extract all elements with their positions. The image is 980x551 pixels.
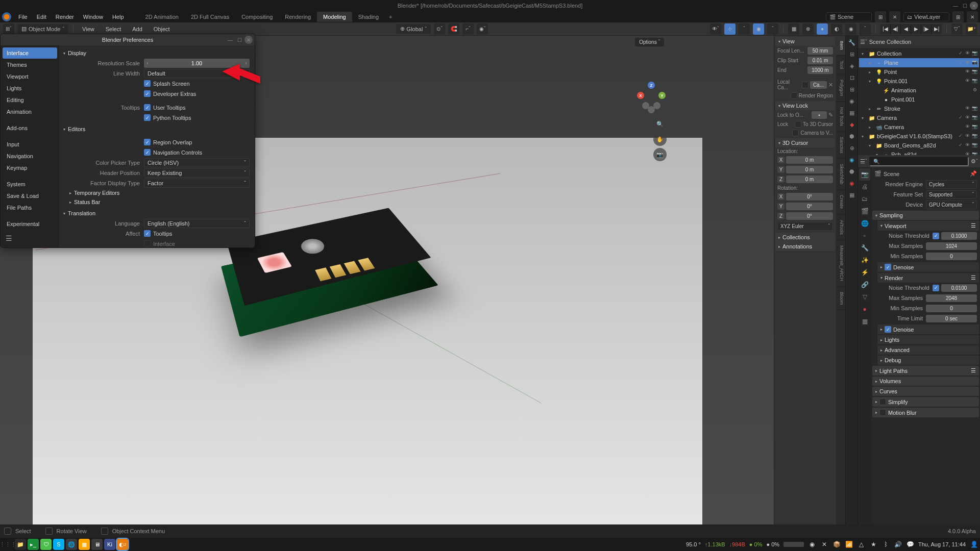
material-props-tab[interactable]: ● xyxy=(859,303,870,315)
unlink-scene-button[interactable]: ✕ xyxy=(889,11,900,22)
jump-keyframe-fwd-icon[interactable]: |▶ xyxy=(921,24,932,34)
min-samples-field[interactable]: 0 xyxy=(926,253,977,260)
debug-header[interactable]: ▸Debug xyxy=(877,356,979,365)
network-tray-icon[interactable]: 📶 xyxy=(845,540,853,548)
tool-icon[interactable]: ▦ xyxy=(846,189,857,201)
sampling-header[interactable]: ▾Sampling xyxy=(872,211,979,220)
orientation-selector[interactable]: ⊕ Global ˇ xyxy=(396,24,431,34)
lock-object-field[interactable]: ▪ xyxy=(812,111,827,119)
menu-render[interactable]: Render xyxy=(52,13,78,21)
preset-icon[interactable]: ☰ xyxy=(971,274,976,281)
splash-checkbox[interactable]: ✓ xyxy=(144,80,151,87)
workspace-tab[interactable]: 2D Full Canvas xyxy=(185,12,235,22)
device-select[interactable]: GPU Computeˇ xyxy=(926,201,977,209)
light-paths-header[interactable]: ▸Light Paths☰ xyxy=(872,366,979,375)
clock[interactable]: Thu, Aug 17, 11:44 xyxy=(918,541,966,547)
npanel-tab[interactable]: Create xyxy=(836,190,845,214)
euler-mode-select[interactable]: XYZ Eulerˇ xyxy=(777,222,833,231)
editor-type-icon[interactable]: ☰ˇ xyxy=(860,158,867,165)
npanel-tab[interactable]: Sanctus xyxy=(836,132,845,159)
denoise-r-header[interactable]: ▸✓Denoise xyxy=(877,324,979,334)
prefs-category[interactable]: Lights xyxy=(3,83,57,94)
object-props-tab[interactable]: ▫ xyxy=(859,230,870,242)
denoise-r-checkbox[interactable]: ✓ xyxy=(885,326,891,333)
close-button[interactable]: ✕ xyxy=(970,2,978,10)
editor-type-icon[interactable]: ⊞ˇ xyxy=(3,23,14,35)
python-tooltips-checkbox[interactable]: ✓ xyxy=(144,114,151,121)
tool-icon[interactable]: ◆ xyxy=(846,119,857,130)
workspace-tab[interactable]: Compositing xyxy=(235,12,279,22)
constraint-props-tab[interactable]: 🔗 xyxy=(859,279,870,291)
terminal-app-icon[interactable]: ▸_ xyxy=(28,539,39,550)
focal-length-field[interactable]: 50 mm xyxy=(807,47,833,55)
zoom-icon[interactable]: 🔍 xyxy=(653,117,667,131)
menu-object[interactable]: Object xyxy=(150,25,174,33)
editors-section-header[interactable]: ▾Editors xyxy=(62,124,250,134)
props-search-input[interactable] xyxy=(869,157,969,166)
prefs-category[interactable]: Keymap xyxy=(3,162,57,173)
prefs-maximize-button[interactable]: ☐ xyxy=(235,36,243,44)
menu-file[interactable]: File xyxy=(14,13,32,21)
remove-viewlayer-button[interactable]: ✕ xyxy=(967,11,978,22)
outliner-row[interactable]: ▾▫Pcb_a82d👁📷 xyxy=(859,150,979,155)
annotations-panel-header[interactable]: ▸Annotations xyxy=(775,242,835,251)
minimize-button[interactable]: — xyxy=(951,2,960,10)
npanel-tab[interactable]: Tool xyxy=(836,56,845,75)
solid-shading[interactable]: ● xyxy=(817,23,828,35)
outliner-row[interactable]: ▸▫Plane▽👁📷 xyxy=(859,58,979,67)
modifier-props-tab[interactable]: 🔧 xyxy=(859,242,870,254)
editor-type-icon[interactable]: ☰ˇ xyxy=(860,39,867,45)
prefs-category[interactable]: Experimental xyxy=(3,218,57,230)
world-props-tab[interactable]: 🌐 xyxy=(859,217,870,230)
clip-start-field[interactable]: 0.01 m xyxy=(807,57,833,64)
blender-logo-icon[interactable] xyxy=(2,12,11,21)
new-scene-button[interactable]: ⊞ xyxy=(875,11,886,22)
tool-icon[interactable]: ◉ xyxy=(846,95,857,107)
tool-icon[interactable]: ◉ xyxy=(846,178,857,189)
prefs-category[interactable]: Add-ons xyxy=(3,122,57,134)
pin-icon[interactable]: 📌 xyxy=(970,170,977,177)
menu-view[interactable]: View xyxy=(78,25,99,33)
tool-icon[interactable]: ◈ xyxy=(846,60,857,71)
matprev-shading[interactable]: ◐ xyxy=(831,23,842,35)
eyedropper-icon[interactable]: ✎ xyxy=(828,112,833,118)
outliner-row[interactable]: ⚡Animation⚙ xyxy=(859,86,979,95)
dev-extras-checkbox[interactable]: ✓ xyxy=(144,90,151,97)
outliner-row[interactable]: ▾📁bGeigieCast V1.6.0(StampS3)✓👁📷 xyxy=(859,132,979,141)
nav-controls-checkbox[interactable]: ✓ xyxy=(144,149,151,156)
factor-display-select[interactable]: Factorˇ xyxy=(144,179,250,188)
outliner-row[interactable]: ▸📹Camera👁📷 xyxy=(859,122,979,132)
curves-header[interactable]: ▸Curves xyxy=(872,387,979,396)
volumes-header[interactable]: ▸Volumes xyxy=(872,377,979,386)
prefs-close-button[interactable]: ✕ xyxy=(244,36,253,44)
tray-icon[interactable]: △ xyxy=(857,540,865,548)
filter-icon[interactable]: ▽ˇ xyxy=(951,23,963,35)
calc-app-icon[interactable]: 🖥 xyxy=(91,539,103,550)
overlay-toggle[interactable]: ◉ xyxy=(753,23,764,35)
snap-toggle[interactable]: 🧲 xyxy=(448,23,459,35)
physics-props-tab[interactable]: ⚡ xyxy=(859,266,870,279)
advanced-header[interactable]: ▸Advanced xyxy=(877,345,979,355)
outliner[interactable]: ▾📁Collection✓👁📷▸▫Plane▽👁📷▸💡Point👁📷▾💡Poin… xyxy=(858,48,980,155)
max-samples-field[interactable]: 1024 xyxy=(926,242,977,250)
npanel-tab[interactable]: Measureit_ARCH xyxy=(836,240,845,287)
mode-selector[interactable]: ▧ Object Mode ˇ xyxy=(17,24,68,34)
tray-icon[interactable]: ✕ xyxy=(820,540,828,548)
tool-icon[interactable]: ⊞ xyxy=(846,84,857,95)
menu-help[interactable]: Help xyxy=(108,13,128,21)
clear-icon[interactable]: ✕ xyxy=(828,82,833,88)
cursor-panel-header[interactable]: ▾3D Cursor xyxy=(775,138,835,147)
motion-blur-checkbox[interactable] xyxy=(879,409,886,416)
pivot-icon[interactable]: ⊙ˇ xyxy=(434,23,445,35)
npanel-tab[interactable]: Sketchfab xyxy=(836,159,845,190)
min-samples-r-field[interactable]: 0 xyxy=(926,305,977,312)
translation-section-header[interactable]: ▾Translation xyxy=(62,209,250,218)
preset-icon[interactable]: ☰ xyxy=(971,222,976,229)
outliner-row[interactable]: ▾📁Board_Geoms_a82d✓👁📷 xyxy=(859,141,979,150)
prefs-category[interactable]: Animation xyxy=(3,106,57,117)
npanel-tab[interactable]: AiTools xyxy=(836,215,845,240)
particle-props-tab[interactable]: ✨ xyxy=(859,254,870,266)
language-select[interactable]: English (English)ˇ xyxy=(144,219,250,228)
workspace-tab[interactable]: Shading xyxy=(352,12,385,22)
outliner-row[interactable]: ●Point.001 xyxy=(859,95,979,104)
